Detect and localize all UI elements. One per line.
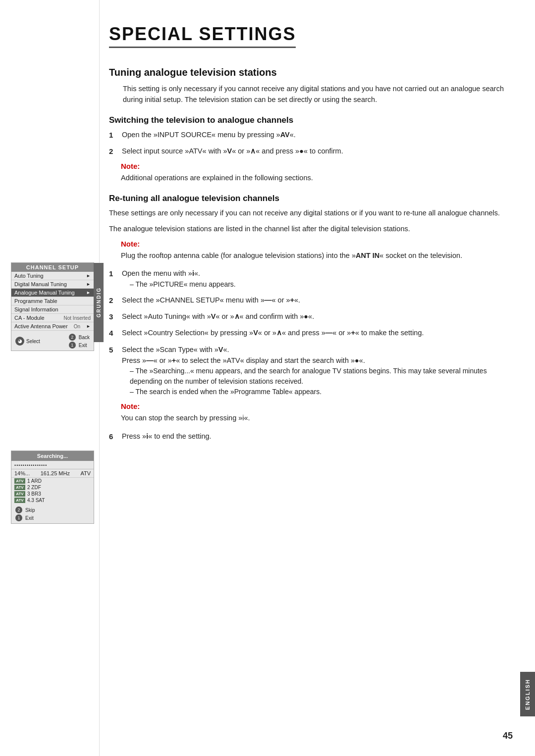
english-tab: ENGLISH <box>520 672 535 716</box>
switching-note-text: Additional operations are explained in t… <box>121 172 505 183</box>
channel-row-auto-tuning-label: Auto Tuning <box>14 273 44 279</box>
grundig-label: GRUNDIG <box>96 287 102 317</box>
retuning-steps: 1 Open the menu with »i«. The »PICTURE« … <box>109 268 505 397</box>
channel-row-ca-module: CA - Module Not Inserted <box>11 314 94 322</box>
switching-steps: 1 Open the »INPUT SOURCE« menu by pressi… <box>109 129 505 157</box>
channel-num-2: 2 ZDF <box>27 485 41 490</box>
channel-num-1: 1 ARD <box>27 478 42 484</box>
skip-badge: 2 <box>15 506 22 513</box>
english-label: ENGLISH <box>525 679 531 710</box>
searching-exit-badge: 1 <box>15 514 22 521</box>
content-area: SPECIAL SETTINGS Tuning analogue televis… <box>109 24 505 442</box>
channel-row-ca-module-value: Not Inserted <box>64 315 91 321</box>
atv-badge-4: ATV <box>14 498 25 503</box>
exit-badge: 1 <box>69 342 76 349</box>
retuning-note2: Note: You can stop the search by pressin… <box>121 402 505 423</box>
retuning-step-1: 1 Open the menu with »i«. The »PICTURE« … <box>109 268 505 289</box>
atv-badge-2: ATV <box>14 485 25 490</box>
retuning-step-6-content: Press »i« to end the setting. <box>122 431 505 442</box>
channel-setup-footer: ◕ Select 2 Back 1 Exit <box>11 331 94 351</box>
channel-row-programme-table-label: Programme Table <box>14 298 57 304</box>
title-block: SPECIAL SETTINGS <box>109 24 505 52</box>
searching-ui-box: Searching... •••••••••••••••• 14%... 161… <box>11 451 94 524</box>
digital-manual-arrow-icon: ► <box>86 282 91 287</box>
channel-row-digital-manual: Digital Manual Tuning ► <box>11 280 94 289</box>
footer-exit-group: 1 Exit <box>69 342 87 349</box>
antenna-power-arrow-icon: ► <box>86 324 91 329</box>
footer-right-group: 2 Back 1 Exit <box>69 334 90 349</box>
channel-list-item-3: ATV 3 BR3 <box>11 491 94 497</box>
retuning-step-num-1: 1 <box>109 268 120 279</box>
switching-step-2: 2 Select input source »ATV« with »V« or … <box>109 146 505 157</box>
search-info-row: 14%... 161.25 MHz ATV <box>11 469 94 478</box>
channel-row-signal-info: Signal Information <box>11 305 94 314</box>
retuning-step-5-sub1: The »Searching...« menu appears, and the… <box>130 366 505 387</box>
retuning-step-num-6: 6 <box>109 431 120 442</box>
channel-row-auto-tuning: Auto Tuning ► <box>11 272 94 280</box>
search-type: ATV <box>80 470 91 476</box>
searching-footer: 2 Skip 1 Exit <box>11 504 94 523</box>
search-percent: 14%... <box>14 470 30 476</box>
retuning-step-1-content: Open the menu with »i«. The »PICTURE« me… <box>122 268 505 289</box>
channel-row-analogue-manual: Analogue Manual Tuning ► <box>11 289 94 297</box>
retuning-step-4-content: Select »Country Selection« by pressing »… <box>122 327 505 338</box>
switching-note-title: Note: <box>121 162 505 170</box>
footer-exit-label: Exit <box>79 343 87 348</box>
step-number-2: 2 <box>109 146 120 157</box>
switching-step-1: 1 Open the »INPUT SOURCE« menu by pressi… <box>109 129 505 141</box>
retuning-step-6: 6 Press »i« to end the setting. <box>109 431 505 442</box>
retuning-step-3: 3 Select »Auto Tuning« with »V« or »∧« a… <box>109 311 505 322</box>
retuning-step6-list: 6 Press »i« to end the setting. <box>109 431 505 442</box>
channel-list-item-1: ATV 1 ARD <box>11 478 94 484</box>
footer-back-group: 2 Back <box>69 334 90 341</box>
channel-list-item-4: ATV 4.3 SAT <box>11 497 94 504</box>
channel-row-antenna-power-value: On <box>74 324 80 329</box>
page-container: SPECIAL SETTINGS Tuning analogue televis… <box>0 0 535 756</box>
analogue-manual-arrow-icon: ► <box>86 290 91 295</box>
channel-num-3: 3 BR3 <box>27 491 41 497</box>
tuning-section-title: Tuning analogue television stations <box>109 67 505 78</box>
channel-setup-ui-box: Channel Setup Auto Tuning ► Digital Manu… <box>11 262 94 351</box>
retuning-note1-text: Plug the rooftop antenna cable (for anal… <box>121 250 505 261</box>
retuning-para2: The analogue television stations are lis… <box>109 223 505 234</box>
step-number-1: 1 <box>109 129 120 141</box>
retuning-para1: These settings are only necessary if you… <box>109 207 505 218</box>
switching-step-2-content: Select input source »ATV« with »V« or »∧… <box>122 146 505 156</box>
retuning-step-4: 4 Select »Country Selection« by pressing… <box>109 327 505 339</box>
retuning-note2-title: Note: <box>121 402 505 410</box>
auto-tuning-arrow-icon: ► <box>86 273 91 278</box>
channel-num-4: 4.3 SAT <box>27 498 45 503</box>
channel-row-antenna-power-label: Active Antenna Power <box>14 323 68 329</box>
channel-row-ca-module-label: CA - Module <box>14 315 45 321</box>
searching-header: Searching... <box>11 451 94 461</box>
tuning-intro-text: This setting is only necessary if you ca… <box>123 83 505 105</box>
retuning-note2-text: You can stop the search by pressing »i«. <box>121 412 505 423</box>
page-number: 45 <box>503 731 513 741</box>
search-freq: 161.25 MHz <box>41 470 70 476</box>
footer-select-group: ◕ Select <box>15 337 40 346</box>
retuning-step-num-2: 2 <box>109 295 120 306</box>
atv-badge-1: ATV <box>14 478 25 484</box>
select-circle-icon: ◕ <box>15 337 24 346</box>
switching-note: Note: Additional operations are explaine… <box>121 162 505 183</box>
retuning-step-1-sub: The »PICTURE« menu appears. <box>130 279 505 290</box>
retuning-step-2-content: Select the »CHANNEL SETUP« menu with »—«… <box>122 295 505 305</box>
footer-back-label: Back <box>79 335 90 340</box>
left-margin-line <box>99 0 100 756</box>
retuning-note1-title: Note: <box>121 240 505 248</box>
retuning-step-num-4: 4 <box>109 327 120 339</box>
channel-row-programme-table: Programme Table <box>11 297 94 305</box>
retuning-step-3-content: Select »Auto Tuning« with »V« or »∧« and… <box>122 311 505 322</box>
footer-skip-label: Skip <box>25 507 35 513</box>
channel-row-analogue-manual-label: Analogue Manual Tuning <box>14 290 75 296</box>
retuning-note1: Note: Plug the rooftop antenna cable (fo… <box>121 240 505 261</box>
switching-title: Switching the television to analogue cha… <box>109 115 505 125</box>
switching-step-1-content: Open the »INPUT SOURCE« menu by pressing… <box>122 129 505 140</box>
tuning-intro-block: This setting is only necessary if you ca… <box>123 83 505 105</box>
back-badge: 2 <box>69 334 76 341</box>
retuning-step-num-5: 5 <box>109 344 120 355</box>
progress-dots: •••••••••••••••• <box>11 461 94 469</box>
atv-badge-3: ATV <box>14 491 25 497</box>
retuning-step-2: 2 Select the »CHANNEL SETUP« menu with »… <box>109 295 505 306</box>
channel-setup-header: Channel Setup <box>11 263 94 272</box>
